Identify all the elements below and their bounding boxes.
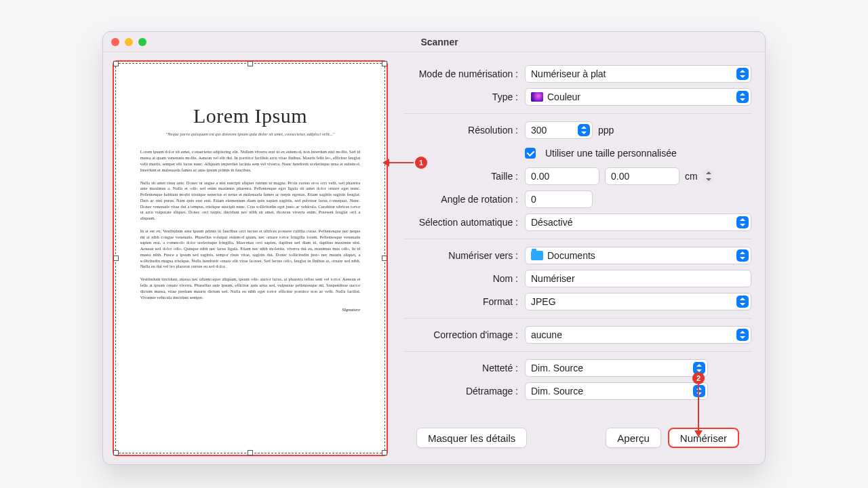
rotation-input[interactable]: 0 [525, 190, 593, 208]
format-value: JPEG [531, 296, 556, 307]
color-swatch-icon [531, 92, 543, 102]
label-image-correction: Correction d'image : [404, 329, 525, 340]
doc-paragraph: Vestibulum tincidunt, massa nec ullamcor… [140, 277, 361, 300]
crop-handle[interactable] [382, 450, 387, 455]
label-name: Nom : [404, 273, 525, 284]
separator [404, 351, 751, 352]
auto-select-select[interactable]: Désactivé [525, 214, 751, 231]
descreen-value: Dim. Source [531, 386, 583, 396]
chevron-updown-icon [736, 68, 749, 80]
separator [404, 113, 751, 114]
size-width-value: 0.00 [531, 171, 549, 182]
chevron-updown-icon [736, 216, 749, 228]
separator [404, 318, 751, 319]
window-title: Scanner [122, 37, 757, 47]
scan-to-value: Documents [547, 250, 595, 261]
resolution-select[interactable]: 300 [525, 121, 593, 139]
preview-selection[interactable]: Lorem Ipsum "Neque porro quisquam est qu… [113, 60, 388, 456]
overview-button[interactable]: Aperçu [606, 428, 661, 448]
preview-document: Lorem Ipsum "Neque porro quisquam est qu… [140, 104, 361, 453]
size-height-input[interactable]: 0.00 [605, 167, 679, 185]
custom-size-label: Utiliser une taille personnalisée [545, 148, 677, 159]
label-resolution: Résolution : [404, 125, 525, 136]
crop-handle[interactable] [113, 450, 119, 455]
close-icon[interactable] [111, 38, 119, 46]
folder-icon [531, 251, 543, 260]
doc-signature: Signature [140, 307, 361, 312]
size-height-value: 0.00 [611, 171, 629, 182]
label-format: Format : [404, 296, 525, 307]
auto-select-value: Désactivé [531, 217, 572, 228]
crop-handle[interactable] [113, 256, 119, 261]
label-scan-mode: Mode de numérisation : [404, 68, 525, 79]
preview-crop-area[interactable]: Lorem Ipsum "Neque porro quisquam est qu… [115, 63, 385, 453]
doc-heading: Lorem Ipsum [140, 104, 361, 127]
doc-paragraph: Nulla sit amet risus ante. Donec ut augu… [140, 180, 361, 222]
custom-size-checkbox[interactable] [525, 148, 536, 159]
size-unit-stepper[interactable] [703, 170, 714, 182]
separator [404, 239, 751, 239]
chevron-updown-icon [693, 362, 705, 374]
scan-label: Numériser [680, 432, 727, 444]
sharpness-select[interactable]: Dim. Source [525, 359, 708, 377]
name-input[interactable]: Numériser [525, 270, 751, 287]
label-descreen: Détramage : [404, 386, 525, 396]
crop-handle[interactable] [382, 256, 387, 261]
preview-pane: Lorem Ipsum "Neque porro quisquam est qu… [103, 52, 395, 464]
type-value: Couleur [547, 92, 580, 102]
chevron-updown-icon [693, 385, 705, 397]
doc-paragraph: In at est ex. Vestibulum ante ipsum prim… [140, 228, 361, 270]
crop-handle[interactable] [248, 450, 253, 455]
rotation-value: 0 [531, 194, 536, 205]
overview-label: Aperçu [617, 432, 650, 444]
chevron-updown-icon [736, 296, 749, 308]
label-rotation: Angle de rotation : [404, 194, 525, 205]
size-unit: cm [685, 171, 698, 182]
scan-mode-select[interactable]: Numériseur à plat [525, 65, 751, 83]
crop-handle[interactable] [113, 61, 119, 66]
settings-pane: Mode de numérisation : Numériseur à plat… [395, 52, 765, 464]
size-width-input[interactable]: 0.00 [525, 167, 599, 185]
scan-button[interactable]: Numériser [668, 428, 739, 448]
format-select[interactable]: JPEG [525, 293, 751, 310]
name-value: Numériser [531, 273, 575, 284]
image-correction-select[interactable]: aucune [525, 326, 751, 344]
resolution-unit: ppp [598, 125, 614, 136]
type-select[interactable]: Couleur [525, 88, 751, 106]
scan-to-select[interactable]: Documents [525, 247, 751, 264]
scanner-window: Scanner Lorem Ipsum "Neque porro quisqua… [102, 31, 766, 465]
crop-handle[interactable] [382, 61, 387, 66]
doc-quote: "Neque porro quisquam est qui dolorem ip… [140, 131, 361, 137]
crop-handle[interactable] [248, 61, 253, 66]
chevron-updown-icon [578, 124, 590, 136]
label-type: Type : [404, 92, 525, 102]
hide-details-label: Masquer les détails [428, 432, 515, 444]
sharpness-value: Dim. Source [531, 363, 583, 373]
chevron-updown-icon [736, 249, 749, 262]
content: Lorem Ipsum "Neque porro quisquam est qu… [103, 52, 765, 464]
chevron-updown-icon [736, 91, 749, 103]
label-scan-to: Numériser vers : [404, 250, 525, 261]
chevron-updown-icon [736, 329, 749, 341]
resolution-value: 300 [531, 125, 547, 136]
hide-details-button[interactable]: Masquer les détails [416, 428, 527, 448]
footer: Masquer les détails Aperçu Numériser [404, 422, 751, 458]
label-auto-select: Sélection automatique : [404, 217, 525, 228]
doc-paragraph: Lorem ipsum dolor sit amet, consectetur … [140, 149, 361, 173]
image-correction-value: aucune [531, 329, 562, 340]
scan-mode-value: Numériseur à plat [531, 68, 606, 79]
label-size: Taille : [404, 171, 525, 182]
label-sharpness: Netteté : [404, 363, 525, 373]
descreen-select[interactable]: Dim. Source [525, 382, 708, 400]
titlebar: Scanner [103, 32, 765, 52]
